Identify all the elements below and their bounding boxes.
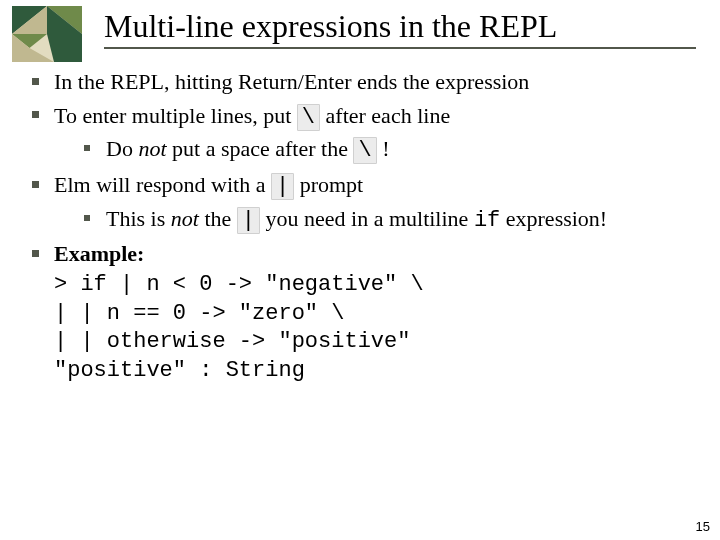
code-line: "positive" : String xyxy=(54,357,702,386)
bullet-text: put a space after the xyxy=(167,136,354,161)
slide-body: In the REPL, hitting Return/Enter ends t… xyxy=(18,67,702,386)
bullet-sub-item: This is not the | you need in a multilin… xyxy=(54,204,702,236)
bullet-item: Example: > if | n < 0 -> "negative" \| |… xyxy=(18,239,702,385)
bullet-text: This is xyxy=(106,206,171,231)
bullet-text: In the REPL, hitting Return/Enter ends t… xyxy=(54,69,529,94)
bullet-item: To enter multiple lines, put \ after eac… xyxy=(18,101,702,166)
slide-title: Multi-line expressions in the REPL xyxy=(104,8,696,49)
bullet-item: In the REPL, hitting Return/Enter ends t… xyxy=(18,67,702,97)
slide: Multi-line expressions in the REPL In th… xyxy=(0,0,720,540)
bullet-text: To enter multiple lines, put xyxy=(54,103,297,128)
bullet-text: ! xyxy=(377,136,390,161)
inline-code: if xyxy=(474,208,500,233)
emphasis: not xyxy=(138,136,166,161)
bullet-text: expression! xyxy=(500,206,607,231)
inline-code: \ xyxy=(353,137,376,164)
slide-header: Multi-line expressions in the REPL xyxy=(0,0,720,49)
code-line: > if | n < 0 -> "negative" \ xyxy=(54,271,702,300)
bullet-text: the xyxy=(199,206,237,231)
emphasis: not xyxy=(171,206,199,231)
bullet-text: after each line xyxy=(320,103,450,128)
inline-code: | xyxy=(271,173,294,200)
bullet-text: prompt xyxy=(294,172,363,197)
example-label: Example: xyxy=(54,241,144,266)
page-number: 15 xyxy=(696,519,710,534)
inline-code: | xyxy=(237,207,260,234)
bullet-text: Do xyxy=(106,136,138,161)
inline-code: \ xyxy=(297,104,320,131)
bullet-text: Elm will respond with a xyxy=(54,172,271,197)
code-line: | | n == 0 -> "zero" \ xyxy=(54,300,702,329)
bullet-text: you need in a multiline xyxy=(260,206,474,231)
code-block: > if | n < 0 -> "negative" \| | n == 0 -… xyxy=(54,271,702,385)
bullet-sub-item: Do not put a space after the \ ! xyxy=(54,134,702,166)
tangram-logo-icon xyxy=(12,6,82,62)
bullet-item: Elm will respond with a | prompt This is… xyxy=(18,170,702,235)
code-line: | | otherwise -> "positive" xyxy=(54,328,702,357)
